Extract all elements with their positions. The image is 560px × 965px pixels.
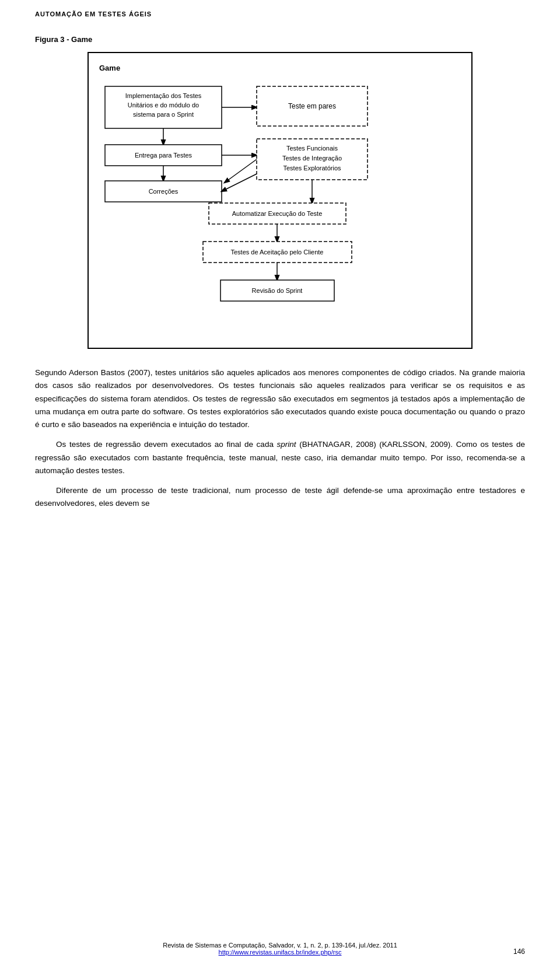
page-number: 146	[513, 947, 525, 956]
svg-text:Unitários e do módulo do: Unitários e do módulo do	[128, 102, 199, 109]
paragraph-1: Segundo Aderson Bastos (2007), testes un…	[35, 366, 525, 431]
diagram-container: Game Implementação dos Testes Unitários …	[88, 52, 473, 349]
svg-text:Implementação dos Testes: Implementação dos Testes	[125, 92, 202, 99]
footer-url[interactable]: http://www.revistas.unifacs.br/index.php…	[0, 949, 560, 956]
page: AUTOMAÇÃO EM TESTES ÁGEIS Figura 3 - Gam…	[0, 0, 560, 965]
svg-text:Testes de Integração: Testes de Integração	[282, 155, 342, 162]
svg-text:Testes de Aceitação pelo Clien: Testes de Aceitação pelo Cliente	[231, 249, 324, 256]
svg-text:Automatizar Execução do Teste: Automatizar Execução do Teste	[232, 210, 323, 217]
svg-line-19	[225, 159, 257, 183]
paragraph-3: Diferente de um processo de teste tradic…	[35, 484, 525, 511]
footer: Revista de Sistemas e Computação, Salvad…	[0, 942, 560, 956]
svg-text:sistema para o Sprint: sistema para o Sprint	[133, 111, 194, 118]
diagram-svg: Implementação dos Testes Unitários e do …	[99, 81, 455, 331]
diagram-title: Game	[99, 64, 461, 72]
footer-journal: Revista de Sistemas e Computação, Salvad…	[0, 942, 560, 949]
page-header: AUTOMAÇÃO EM TESTES ÁGEIS	[35, 11, 525, 18]
svg-text:Teste em pares: Teste em pares	[288, 102, 336, 110]
svg-text:Testes Funcionais: Testes Funcionais	[286, 145, 338, 152]
paragraph-2: Os testes de regressão devem executados …	[35, 438, 525, 477]
svg-line-18	[222, 174, 257, 191]
figure-label: Figura 3 - Game	[35, 35, 525, 44]
svg-text:Testes Exploratórios: Testes Exploratórios	[283, 165, 341, 172]
svg-text:Correções: Correções	[149, 188, 178, 195]
header-title: AUTOMAÇÃO EM TESTES ÁGEIS	[35, 11, 152, 18]
svg-text:Revisão do Sprint: Revisão do Sprint	[252, 287, 303, 294]
svg-text:Entrega para Testes: Entrega para Testes	[135, 152, 192, 159]
